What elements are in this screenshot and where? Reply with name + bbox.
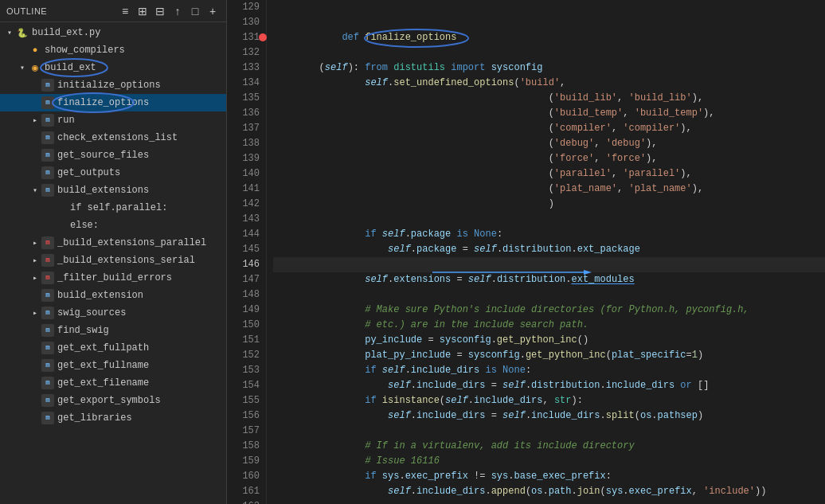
tree-item-get-ext-filename[interactable]: m get_ext_filename <box>0 374 226 392</box>
outline-header: Outline ≡ ⊞ ⊟ ↑ □ + <box>0 0 226 22</box>
tree-item-filter-build-errors[interactable]: m _filter_build_errors <box>0 269 226 287</box>
tree-item-build-extensions-parallel[interactable]: m _build_extensions_parallel <box>0 234 226 252</box>
outline-tree: 🐍 build_ext.py ● show_compilers ◉ build_… <box>0 22 226 428</box>
line-num-161: 161 <box>240 484 260 499</box>
tree-item-get-export-symbols[interactable]: m get_export_symbols <box>0 392 226 409</box>
line-num-154: 154 <box>240 378 260 393</box>
tree-item-build-extension[interactable]: m build_extension <box>0 287 226 304</box>
outline-focus-button[interactable]: ↑ <box>170 4 185 18</box>
tree-label-get-export-symbols: get_export_symbols <box>57 395 161 406</box>
method-icon-get-ext-fullname: m <box>41 359 54 372</box>
tree-item-get-ext-fullname[interactable]: m get_ext_fullname <box>0 357 226 374</box>
expand-arrow-swig-sources <box>29 308 41 318</box>
line-num-133: 133 <box>240 61 260 76</box>
tree-label-get-ext-filename: get_ext_filename <box>57 377 149 389</box>
code-line-132 <box>273 45 825 61</box>
tree-item-initialize-options[interactable]: m initialize_options <box>0 76 226 94</box>
expand-arrow-build-extensions-serial <box>29 256 41 265</box>
outline-panel: Outline ≡ ⊞ ⊟ ↑ □ + 🐍 build_ext.py ● sho… <box>0 0 227 504</box>
breakpoint-131 <box>259 33 267 41</box>
tree-item-build-ext-py[interactable]: 🐍 build_ext.py <box>0 24 226 41</box>
line-num-140: 140 <box>240 166 260 182</box>
line-num-156: 156 <box>240 408 260 424</box>
line-num-137: 137 <box>240 121 260 136</box>
tree-label-run: run <box>57 115 75 126</box>
method-icon-get-ext-filename: m <box>41 377 54 389</box>
tree-item-build-ext-class[interactable]: ◉ build_ext <box>0 59 226 76</box>
line-num-150: 150 <box>240 318 260 333</box>
code-line-143: if self.package is None: <box>273 212 825 227</box>
tree-item-check-extensions-list[interactable]: m check_extensions_list <box>0 129 226 147</box>
tree-label-get-ext-fullname: get_ext_fullname <box>57 360 149 371</box>
tree-item-show-compilers[interactable]: ● show_compilers <box>0 41 226 59</box>
line-num-145: 145 <box>240 242 260 257</box>
tree-label-build-extensions: build_extensions <box>57 185 149 196</box>
code-content-area[interactable]: 129 130 131 132 133 134 135 136 137 138 … <box>227 0 825 504</box>
outline-collapse-children-button[interactable]: ⊟ <box>153 4 167 18</box>
tree-item-else[interactable]: else: <box>0 217 226 234</box>
method-icon-finalize-options: m <box>41 96 54 109</box>
tree-label-build-extension: build_extension <box>57 290 143 301</box>
line-num-151: 151 <box>240 333 260 348</box>
outline-expand-all-button[interactable]: ⊞ <box>135 4 150 18</box>
expand-arrow-build-extensions-parallel <box>29 238 41 248</box>
expand-arrow-build-ext <box>16 63 29 72</box>
tree-item-build-extensions[interactable]: m build_extensions <box>0 182 226 199</box>
method-icon-get-libraries: m <box>41 412 54 424</box>
tree-label-build-ext-py: build_ext.py <box>32 27 100 38</box>
code-lines-area[interactable]: def finalize_options (self): from distut… <box>267 0 825 504</box>
line-num-153: 153 <box>240 363 260 378</box>
line-num-142: 142 <box>240 197 260 212</box>
tree-item-get-source-files[interactable]: m get_source_files <box>0 147 226 164</box>
code-line-149: # etc.) are in the include search path. <box>273 303 825 318</box>
tree-item-get-ext-fullpath[interactable]: m get_ext_fullpath <box>0 339 226 357</box>
tree-label-build-extensions-parallel: _build_extensions_parallel <box>57 237 206 248</box>
line-num-135: 135 <box>240 91 260 106</box>
tree-item-get-outputs[interactable]: m get_outputs <box>0 164 226 182</box>
tree-item-finalize-options[interactable]: m finalize_options <box>0 94 226 111</box>
code-line-146: self.extensions = self.distribution.ext_… <box>273 257 825 272</box>
svg-point-1 <box>53 93 134 112</box>
code-line-144: self.package = self.distribution.ext_pac… <box>273 227 825 242</box>
code-line-145 <box>273 242 825 257</box>
code-line-129 <box>273 0 825 15</box>
line-numbers-gutter: 129 130 131 132 133 134 135 136 137 138 … <box>227 0 267 504</box>
method-icon-get-ext-fullpath: m <box>41 342 54 354</box>
code-line-130: def finalize_options (self): <box>273 15 825 30</box>
tree-label-if-self-parallel: if self.parallel: <box>70 202 167 213</box>
tree-item-find-swig[interactable]: m find_swig <box>0 322 226 339</box>
tree-label-finalize-options: finalize_options <box>57 97 149 108</box>
code-line-154: if isinstance(self.include_dirs, str): <box>273 378 825 393</box>
outline-minimize-button[interactable]: □ <box>188 4 202 18</box>
outline-maximize-button[interactable]: + <box>205 4 220 18</box>
tree-label-show-compilers: show_compilers <box>45 45 125 56</box>
code-line-140: ('plat_name', 'plat_name'), <box>273 166 825 182</box>
code-line-133: self.set_undefined_options('build', <box>273 61 825 76</box>
tree-item-if-self-parallel[interactable]: if self.parallel: <box>0 199 226 217</box>
line-num-139: 139 <box>240 151 260 166</box>
tree-label-filter-build-errors: _filter_build_errors <box>57 272 172 283</box>
method-icon-check-extensions-list: m <box>41 131 54 144</box>
line-num-159: 159 <box>240 454 260 469</box>
code-line-148: # Make sure Python's include directories… <box>273 287 825 303</box>
tree-item-run[interactable]: m run <box>0 111 226 129</box>
tree-item-build-extensions-serial[interactable]: m _build_extensions_serial <box>0 252 226 269</box>
class-icon-show-compilers: ● <box>29 44 41 57</box>
method-icon-run: m <box>41 114 54 127</box>
tree-label-initialize-options: initialize_options <box>57 80 161 91</box>
line-num-162: 162 <box>240 499 260 504</box>
code-line-141: ) <box>273 182 825 197</box>
tree-item-get-libraries[interactable]: m get_libraries <box>0 409 226 427</box>
outline-collapse-all-button[interactable]: ≡ <box>118 4 132 18</box>
tree-item-swig-sources[interactable]: m swig_sources <box>0 304 226 322</box>
line-num-149: 149 <box>240 303 260 318</box>
error-icon-build-extensions-parallel: m <box>41 236 54 249</box>
code-line-137: ('debug', 'debug'), <box>273 121 825 136</box>
outline-toolbar: ≡ ⊞ ⊟ ↑ □ + <box>118 4 220 18</box>
line-num-155: 155 <box>240 393 260 408</box>
line-num-131: 131 <box>240 30 260 45</box>
code-line-150: py_include = sysconfig.get_python_inc() <box>273 318 825 333</box>
code-editor-panel: 129 130 131 132 133 134 135 136 137 138 … <box>227 0 825 504</box>
tree-label-build-ext: build_ext <box>45 62 96 73</box>
error-icon-build-extensions-serial: m <box>41 254 54 267</box>
